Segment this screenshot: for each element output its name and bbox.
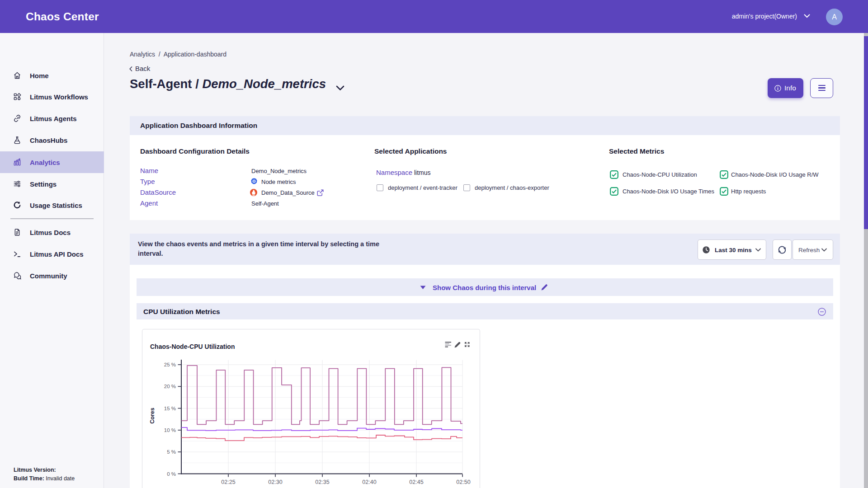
- svg-text:20 %: 20 %: [164, 384, 176, 389]
- svg-text:02:50: 02:50: [456, 479, 470, 485]
- svg-text:Cores: Cores: [149, 408, 156, 423]
- svg-text:10 %: 10 %: [164, 427, 176, 433]
- svg-text:02:25: 02:25: [221, 479, 235, 485]
- svg-text:02:30: 02:30: [268, 479, 282, 485]
- svg-text:02:35: 02:35: [315, 479, 329, 485]
- svg-text:15 %: 15 %: [164, 406, 176, 411]
- svg-text:25 %: 25 %: [164, 362, 176, 367]
- svg-text:0 %: 0 %: [167, 471, 176, 477]
- svg-text:02:45: 02:45: [409, 479, 423, 485]
- svg-text:5 %: 5 %: [167, 449, 176, 455]
- svg-text:02:40: 02:40: [362, 479, 376, 485]
